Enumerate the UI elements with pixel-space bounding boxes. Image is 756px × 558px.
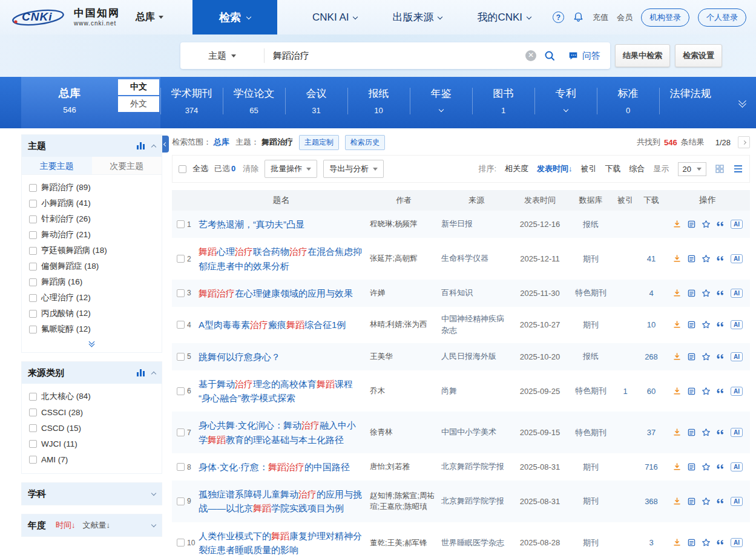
read-icon[interactable] bbox=[687, 220, 696, 229]
col-header-authors[interactable]: 作者 bbox=[370, 195, 441, 206]
read-icon[interactable] bbox=[687, 538, 696, 547]
result-source[interactable]: 生命科学仪器 bbox=[441, 253, 511, 264]
result-download-count[interactable]: 3 bbox=[637, 538, 665, 547]
db-tab[interactable]: 标准0 bbox=[597, 87, 659, 128]
nav-collapse-icon[interactable] bbox=[740, 98, 745, 108]
expand-down-icon[interactable] bbox=[151, 491, 156, 496]
next-page-button[interactable] bbox=[738, 136, 750, 148]
ai-button[interactable]: AI bbox=[731, 320, 743, 329]
ai-button[interactable]: AI bbox=[731, 289, 743, 298]
search-in-results-button[interactable]: 结果中检索 bbox=[615, 44, 670, 67]
result-download-count[interactable]: 41 bbox=[637, 254, 665, 263]
filter-checkbox[interactable] bbox=[29, 215, 37, 223]
filter-checkbox[interactable] bbox=[29, 310, 37, 318]
list-view-icon[interactable] bbox=[733, 164, 743, 174]
read-icon[interactable] bbox=[687, 254, 696, 263]
download-icon[interactable] bbox=[672, 289, 682, 298]
download-icon[interactable] bbox=[672, 387, 682, 396]
filter-item[interactable]: 偏侧舞蹈症 (18) bbox=[29, 258, 154, 274]
topic-tab[interactable]: 主要主题 bbox=[22, 157, 92, 174]
filter-checkbox[interactable] bbox=[29, 326, 37, 333]
result-title-link[interactable]: 跳舞何以疗愈身心？ bbox=[199, 352, 280, 362]
search-input[interactable] bbox=[265, 51, 525, 61]
result-title-link[interactable]: A型肉毒毒素治疗瘢痕舞蹈综合征1例 bbox=[199, 320, 346, 330]
cite-icon[interactable] bbox=[716, 387, 725, 396]
download-icon[interactable] bbox=[672, 352, 682, 361]
year-count-sort[interactable]: 文献量↓ bbox=[83, 520, 111, 531]
result-authors[interactable]: 林晴;利婧;张为西 bbox=[370, 319, 441, 330]
favorite-icon[interactable] bbox=[702, 289, 711, 298]
favorite-icon[interactable] bbox=[702, 462, 711, 471]
cite-icon[interactable] bbox=[716, 254, 725, 263]
ai-button[interactable]: AI bbox=[731, 220, 743, 229]
download-icon[interactable] bbox=[672, 497, 682, 506]
row-checkbox[interactable] bbox=[177, 387, 185, 395]
topic-custom-button[interactable]: 主题定制 bbox=[299, 135, 339, 150]
ai-button[interactable]: AI bbox=[731, 462, 743, 471]
result-download-count[interactable]: 10 bbox=[637, 320, 665, 329]
filter-checkbox[interactable] bbox=[29, 278, 37, 286]
cite-icon[interactable] bbox=[716, 220, 725, 229]
favorite-icon[interactable] bbox=[702, 320, 711, 329]
ai-button[interactable]: AI bbox=[731, 352, 743, 361]
lang-tab[interactable]: 中文 bbox=[118, 79, 159, 95]
db-tab[interactable]: 法律法规 bbox=[659, 87, 721, 128]
db-tab[interactable]: 学术期刊374 bbox=[160, 87, 223, 128]
read-icon[interactable] bbox=[687, 289, 696, 298]
ai-button[interactable]: AI bbox=[731, 254, 743, 263]
filter-item[interactable]: 北大核心 (84) bbox=[29, 389, 154, 404]
row-checkbox[interactable] bbox=[177, 321, 185, 329]
read-icon[interactable] bbox=[687, 352, 696, 361]
select-all-checkbox[interactable] bbox=[179, 165, 186, 173]
qa-button[interactable]: 问答 bbox=[562, 50, 610, 62]
cite-icon[interactable] bbox=[716, 352, 725, 361]
read-icon[interactable] bbox=[687, 462, 696, 471]
row-checkbox[interactable] bbox=[177, 428, 185, 436]
result-download-count[interactable]: 60 bbox=[637, 387, 665, 396]
result-source[interactable]: 尚舞 bbox=[441, 386, 511, 397]
collapse-up-icon[interactable] bbox=[151, 371, 156, 376]
sort-option[interactable]: 下载 bbox=[605, 163, 621, 174]
nav-tab-search[interactable]: 检索 bbox=[192, 0, 277, 34]
result-source[interactable]: 北京舞蹈学院学报 bbox=[441, 461, 511, 473]
result-download-count[interactable]: 268 bbox=[637, 352, 665, 361]
filter-checkbox[interactable] bbox=[29, 200, 37, 208]
db-tab[interactable]: 专利 bbox=[534, 87, 597, 128]
sort-option[interactable]: 相关度 bbox=[505, 163, 528, 174]
favorite-icon[interactable] bbox=[702, 254, 711, 263]
result-download-count[interactable]: 368 bbox=[637, 497, 665, 506]
search-settings-button[interactable]: 检索设置 bbox=[675, 44, 722, 67]
result-title-link[interactable]: 舞蹈治疗在心理健康领域的应用与效果 bbox=[199, 288, 353, 298]
filter-checkbox[interactable] bbox=[29, 294, 37, 302]
cite-icon[interactable] bbox=[716, 289, 725, 298]
topic-section-header[interactable]: 主题 bbox=[22, 135, 162, 157]
filter-checkbox[interactable] bbox=[29, 231, 37, 239]
nav-tab-publish-source[interactable]: 出版来源 bbox=[392, 10, 442, 24]
help-icon[interactable]: ? bbox=[553, 11, 564, 23]
result-authors[interactable]: 王美华 bbox=[370, 351, 441, 363]
subject-section-header[interactable]: 学科 bbox=[22, 483, 162, 505]
download-icon[interactable] bbox=[672, 220, 682, 229]
read-icon[interactable] bbox=[687, 497, 696, 506]
cite-icon[interactable] bbox=[716, 462, 725, 471]
filter-item[interactable]: 小舞蹈病 (41) bbox=[29, 195, 154, 211]
row-checkbox[interactable] bbox=[177, 463, 185, 471]
col-header-downloads[interactable]: 下载 bbox=[637, 195, 665, 206]
clear-selection-button[interactable]: 清除 bbox=[243, 163, 258, 174]
db-tab-zongku-main[interactable]: 总库 546 bbox=[21, 77, 118, 128]
result-source[interactable]: 人民日报海外版 bbox=[441, 351, 511, 363]
filter-item[interactable]: AMI (7) bbox=[29, 451, 154, 467]
stats-bars-icon[interactable] bbox=[137, 369, 145, 376]
favorite-icon[interactable] bbox=[702, 497, 711, 506]
ai-button[interactable]: AI bbox=[731, 497, 743, 506]
row-checkbox[interactable] bbox=[177, 353, 185, 361]
ai-button[interactable]: AI bbox=[731, 428, 743, 437]
recharge-link[interactable]: 充值 bbox=[593, 12, 608, 23]
nav-tab-my-cnki[interactable]: 我的CNKI bbox=[477, 10, 531, 24]
collapse-up-icon[interactable] bbox=[151, 144, 156, 149]
year-time-sort[interactable]: 时间↓ bbox=[56, 520, 76, 531]
result-authors[interactable]: 赵知博;陈紫宣;周祐瑄;王嘉欣;陈昭瑱 bbox=[370, 490, 441, 513]
grid-view-icon[interactable] bbox=[715, 164, 725, 174]
favorite-icon[interactable] bbox=[702, 220, 711, 229]
filter-checkbox[interactable] bbox=[29, 440, 37, 448]
